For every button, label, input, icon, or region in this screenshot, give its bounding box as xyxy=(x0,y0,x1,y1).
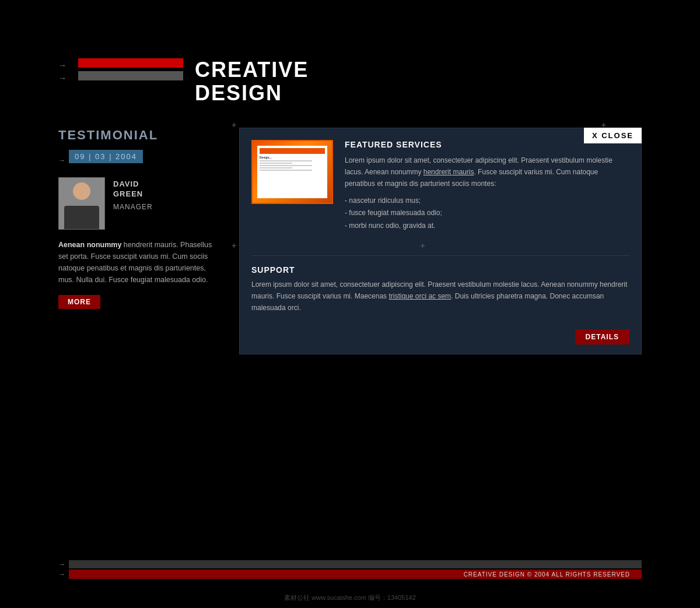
person-details: DAVID GREEN MANAGER xyxy=(113,177,153,211)
testimonial-title: TESTIMONIAL xyxy=(58,128,222,143)
preview-line-2 xyxy=(260,163,292,164)
arrow-icon-2: → xyxy=(58,73,66,83)
testimonial-text: Aenean nonummy hendrerit mauris. Phasell… xyxy=(58,239,222,286)
avatar xyxy=(58,177,105,230)
preview-content: Design... xyxy=(257,146,327,198)
footer-gray-bar xyxy=(69,560,642,568)
avatar-body xyxy=(64,206,99,229)
date-text: 09 | 03 | 2004 xyxy=(75,152,137,161)
header-arrows: → → xyxy=(58,61,66,83)
featured-text: Lorem ipsum dolor sit amet, consectetuer… xyxy=(345,155,629,189)
watermark-text: 素材公社 www.sucaishe.com 编号：13405142 xyxy=(284,594,416,601)
footer-copyright: CREATIVE DESIGN © 2004 ALL RIGHTS RESERV… xyxy=(464,571,630,578)
plus-marker-tl: + xyxy=(232,120,236,129)
header-bar-gray xyxy=(78,71,183,80)
preview-line-1 xyxy=(260,160,312,161)
date-arrow-icon: → xyxy=(58,156,65,164)
header-bar-red xyxy=(78,58,183,68)
list-item-2: - fusce feugiat malesuada odio; xyxy=(345,207,629,220)
left-column: TESTIMONIAL → 09 | 03 | 2004 DAVID GREEN xyxy=(58,128,222,354)
more-button[interactable]: MORE xyxy=(58,295,100,309)
right-column: + + + + X CLOSE Design... xyxy=(239,128,642,354)
preview-label: Design... xyxy=(260,156,325,159)
header-title-line1: CREATIVE xyxy=(195,58,309,82)
support-link[interactable]: tristique orci ac sem xyxy=(388,292,451,300)
content-area: TESTIMONIAL → 09 | 03 | 2004 DAVID GREEN xyxy=(58,128,642,354)
list-item-1: - nascetur ridiculus mus; xyxy=(345,195,629,208)
footer: → → CREATIVE DESIGN © 2004 ALL RIGHTS RE… xyxy=(58,560,642,579)
footer-arrow-1: → xyxy=(58,560,65,568)
support-section: SUPPORT Lorem ipsum dolor sit amet, cons… xyxy=(240,256,641,323)
preview-lines xyxy=(260,160,325,171)
plus-marker-mc: + xyxy=(421,241,425,250)
featured-link1[interactable]: hendrerit mauris xyxy=(424,168,474,176)
person-name: DAVID GREEN xyxy=(113,180,153,199)
featured-top: Design... FEATURED SERVICE xyxy=(251,140,629,232)
footer-arrow-2: → xyxy=(58,570,65,578)
watermark: 素材公社 www.sucaishe.com 编号：13405142 xyxy=(284,593,416,602)
date-bar: 09 | 03 | 2004 xyxy=(69,150,143,163)
preview-line-3 xyxy=(260,165,312,166)
close-button[interactable]: X CLOSE xyxy=(584,128,642,143)
person-role: MANAGER xyxy=(113,203,153,211)
header: → → CREATIVE DESIGN xyxy=(58,58,642,104)
panel-content: Design... FEATURED SERVICE xyxy=(240,128,641,255)
preview-bar xyxy=(260,148,325,154)
header-title: CREATIVE DESIGN xyxy=(195,58,309,104)
support-text: Lorem ipsum dolor sit amet, consectetuer… xyxy=(251,279,629,314)
preview-line-5 xyxy=(260,170,312,171)
testimonial-bold: Aenean nonummy xyxy=(58,241,121,249)
support-title: SUPPORT xyxy=(251,265,629,275)
preview-image: Design... xyxy=(251,140,333,204)
details-button[interactable]: DETAILS xyxy=(575,329,629,345)
footer-bar-wrapper-red: → CREATIVE DESIGN © 2004 ALL RIGHTS RESE… xyxy=(58,570,642,579)
details-btn-row: DETAILS xyxy=(240,324,641,354)
arrow-icon-1: → xyxy=(58,61,66,70)
header-bars xyxy=(78,58,183,80)
plus-marker-ml: + xyxy=(232,241,236,250)
main-container: → → CREATIVE DESIGN TESTIMONIAL → 09 | 0… xyxy=(58,58,642,354)
featured-list: - nascetur ridiculus mus; - fusce feugia… xyxy=(345,195,629,233)
list-item-3: - morbi nunc odio, gravida at. xyxy=(345,220,629,233)
header-title-line2: DESIGN xyxy=(195,82,309,105)
footer-red-bar: CREATIVE DESIGN © 2004 ALL RIGHTS RESERV… xyxy=(69,570,642,579)
person-info: DAVID GREEN MANAGER xyxy=(58,177,222,230)
footer-bar-wrapper-gray: → xyxy=(58,560,642,568)
preview-line-4 xyxy=(260,167,292,168)
avatar-face xyxy=(73,182,90,200)
featured-description: FEATURED SERVICES Lorem ipsum dolor sit … xyxy=(345,140,629,232)
